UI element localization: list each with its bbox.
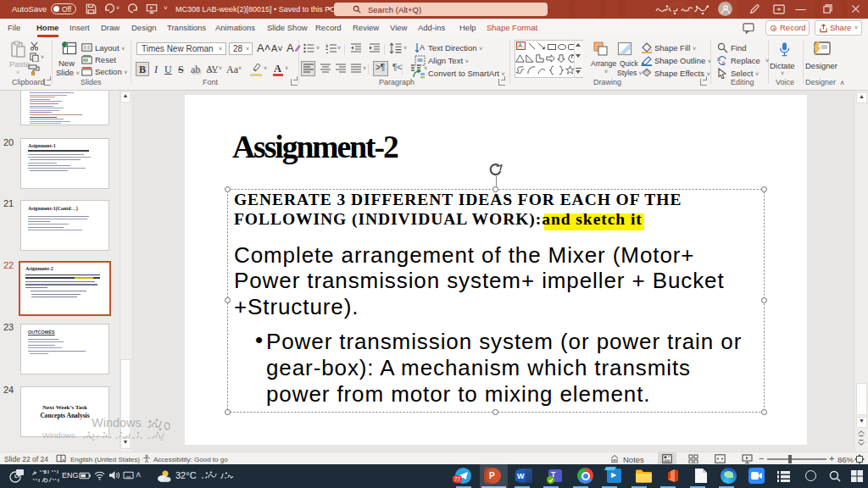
- svg-text:b: b: [722, 60, 726, 66]
- svg-text:A: A: [519, 42, 523, 48]
- svg-text:a: a: [717, 56, 721, 62]
- svg-text:A: A: [420, 43, 425, 52]
